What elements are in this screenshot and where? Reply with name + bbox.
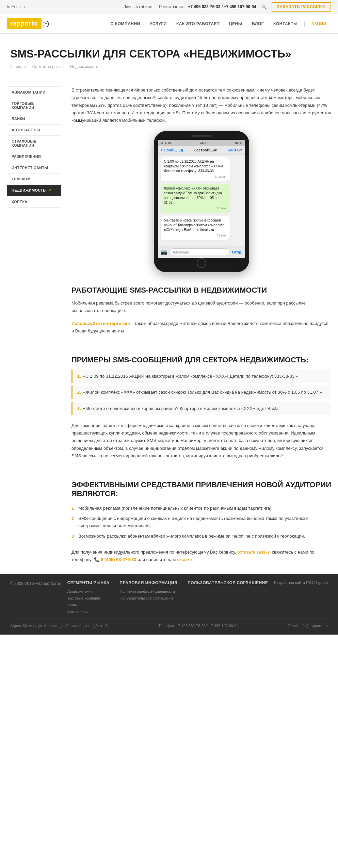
footer-link-banks[interactable]: Банки bbox=[67, 603, 110, 607]
nav-blog[interactable]: БЛОГ bbox=[247, 15, 269, 32]
sidebar-item-banks[interactable]: БАНКИ bbox=[7, 113, 61, 125]
cta-text1: Для получения индивидуального предложени… bbox=[71, 550, 236, 555]
check-icon: ✓ bbox=[48, 188, 51, 192]
effect-item-1: Мобильная реклама (привлечение потенциал… bbox=[71, 503, 331, 514]
footer-link-privacy[interactable]: Политика конфиденциальности bbox=[120, 589, 178, 593]
sidebar-item-horeca[interactable]: ХОРЕКА bbox=[7, 196, 61, 208]
search-icon[interactable]: 🔍 bbox=[261, 4, 267, 9]
nav-services[interactable]: УСЛУГИ bbox=[145, 15, 172, 32]
footer-phone1: Телефон: +7 495 632-76-33 bbox=[158, 624, 206, 628]
phone1-number: +7 495 632-76-33 bbox=[188, 4, 220, 9]
sidebar-item-airlines[interactable]: АВИАКОМПАНИИ bbox=[7, 86, 61, 98]
message-text-1: С 1.09 по 31.12.2016 АКЦИЯ на квартиры в… bbox=[164, 160, 223, 173]
cta-email-link[interactable]: письмо. bbox=[177, 557, 193, 562]
phone1-text: +7 495 632-76-33 / +7 495 107-90-94 bbox=[188, 4, 256, 9]
section1-title: РАБОТАЮЩИЕ SMS-РАССЫЛКИ В НЕДВИЖИМОСТИ bbox=[71, 286, 331, 295]
section1-geo: Используйте гео-таргетинг - таким образо… bbox=[71, 320, 331, 335]
nav-how[interactable]: КАК ЭТО РАБОТАЕТ bbox=[172, 15, 224, 32]
copyright-text: © 2008-2016 «Rapporto.ru» bbox=[10, 581, 61, 586]
message-bubble-2: Жилой комплекс «ХХХ» открывает сезон ски… bbox=[161, 184, 230, 213]
footer-col-segments: СЕГМЕНТЫ РЫНКА Авиакомпании Торговые ком… bbox=[67, 580, 110, 614]
nav-about[interactable]: О КОМПАНИИ bbox=[106, 15, 145, 32]
sidebar: АВИАКОМПАНИИ ТОРГОВЫЕ КОМПАНИИ БАНКИ АВТ… bbox=[7, 86, 61, 563]
logo-box-text: rapporto bbox=[7, 18, 42, 29]
sidebar-item-telekom[interactable]: ТЕЛЕКОМ bbox=[7, 174, 61, 185]
example-item-1: «С 1.09 по 31.12.2016 АКЦИЯ на квартиры … bbox=[71, 370, 331, 383]
breadcrumb-segment[interactable]: Сегменты рынка bbox=[32, 64, 64, 69]
footer-col2-title: ПОЛЬЗОВАТЕЛЬСКОЕ СОГЛАШЕНИЕ bbox=[188, 580, 268, 585]
phone-mockup: МТС RU 14:39 100% < Сообщ. (3) Застройщи… bbox=[154, 131, 249, 272]
footer-link-terms[interactable]: Пользовательское соглашение bbox=[120, 596, 178, 600]
footer-link-auto[interactable]: Автосалоны bbox=[67, 610, 110, 614]
nav-prices[interactable]: ЦЕНЫ bbox=[224, 15, 247, 32]
nav-separator: | bbox=[302, 21, 306, 27]
breadcrumb-sep1: — bbox=[27, 64, 32, 69]
breadcrumb-home[interactable]: Главная bbox=[10, 64, 26, 69]
geo-link[interactable]: Используйте гео-таргетинг bbox=[71, 321, 130, 326]
phone-home-button[interactable] bbox=[197, 258, 206, 268]
cta-form-link[interactable]: оставьте заявку bbox=[237, 550, 269, 555]
footer-phones: Телефон: +7 495 632-76-33 / +7 495 107-9… bbox=[158, 624, 238, 628]
section3-title: ЭФФЕКТИВНЫМИ СРЕДСТВАМИ ПРИВЛЕЧЕНИЯ НОВО… bbox=[71, 480, 331, 498]
sidebar-item-nedvizhimost-label: НЕДВИЖИМОСТЬ bbox=[12, 188, 46, 192]
camera-icon: 📷 bbox=[161, 249, 167, 255]
phone-nav-bar: < Сообщ. (3) Застройщик Контакт bbox=[158, 146, 245, 154]
sidebar-item-entertainment[interactable]: РАЗВЛЕЧЕНИЯ bbox=[7, 151, 61, 162]
phone-input-field[interactable]: iMessage bbox=[170, 248, 230, 256]
middle-paragraph: Для компаний, занятых в сфере «недвижимо… bbox=[71, 422, 331, 459]
sidebar-item-nedvizhimost[interactable]: НЕДВИЖИМОСТЬ ✓ bbox=[7, 185, 61, 196]
effect-item-2: SMS-сообщения с информацией о скидках и … bbox=[71, 513, 331, 531]
top-bar: In English Личный кабинет Регистрация +7… bbox=[0, 0, 338, 14]
breadcrumb-sep2: — bbox=[65, 64, 70, 69]
message-text-3: Мечтаете о новом жилье в хорошем районе?… bbox=[164, 218, 225, 232]
status-carrier: МТС RU bbox=[161, 141, 173, 145]
footer-col-useragreement: ПОЛЬЗОВАТЕЛЬСКОЕ СОГЛАШЕНИЕ bbox=[188, 580, 268, 614]
example-text-3: «Мечтаете о новом жилье в хорошем районе… bbox=[83, 406, 279, 411]
divider-2 bbox=[71, 470, 331, 470]
nav-akcii[interactable]: АКЦИИ bbox=[306, 15, 331, 32]
phone-icon: 📞 bbox=[94, 557, 99, 562]
footer-copyright: © 2008-2016 «Rapporto.ru» bbox=[10, 580, 61, 586]
phone2-number: +7 495 107-90-94 bbox=[224, 4, 256, 9]
footer-nav: СЕГМЕНТЫ РЫНКА Авиакомпании Торговые ком… bbox=[67, 580, 268, 614]
sidebar-item-autosalons[interactable]: АВТОСАЛОНЫ bbox=[7, 125, 61, 136]
phone-chat: С 1.09 по 31.12.2016 АКЦИЯ на квартиры в… bbox=[158, 154, 245, 246]
phone-home-bar bbox=[158, 258, 245, 268]
phone-back-button[interactable]: < Сообщ. (3) bbox=[161, 148, 183, 152]
footer-link-trade[interactable]: Торговые компании bbox=[67, 596, 110, 600]
footer-col-legal: ПРАВОВАЯ ИНФОРМАЦИЯ Политика конфиденциа… bbox=[120, 580, 178, 614]
divider-1 bbox=[71, 345, 331, 345]
examples-list: «С 1.09 по 31.12.2016 АКЦИЯ на квартиры … bbox=[71, 370, 331, 415]
send-button[interactable]: Отпр. bbox=[232, 250, 242, 254]
cta-text3: или напишите нам bbox=[136, 557, 177, 562]
footer: © 2008-2016 «Rapporto.ru» СЕГМЕНТЫ РЫНКА… bbox=[0, 574, 338, 635]
example-text-1: «С 1.09 по 31.12.2016 АКЦИЯ на квартиры … bbox=[83, 374, 298, 379]
header: rapporto:-) О КОМПАНИИ УСЛУГИ КАК ЭТО РА… bbox=[0, 14, 338, 34]
nav-contacts[interactable]: КОНТАКТЫ bbox=[269, 15, 302, 32]
sidebar-item-internet[interactable]: ИНТЕРНЕТ САЙТЫ bbox=[7, 162, 61, 174]
page-title: SMS-РАССЫЛКИ ДЛЯ СЕКТОРА «НЕДВИЖИМОСТЬ» bbox=[10, 47, 328, 60]
order-button[interactable]: ЗАКАЗАТЬ РАССЫЛКУ bbox=[272, 2, 331, 12]
cta-phone-number: 8 (495) 63-276-33 bbox=[101, 557, 136, 562]
language-label: In English bbox=[7, 4, 25, 9]
breadcrumb: Главная — Сегменты рынка — Недвижимость bbox=[10, 64, 328, 69]
logo-suffix: :-) bbox=[43, 20, 49, 27]
example-item-2: «Жилой комплекс «ХХХ» открывает сезон ск… bbox=[71, 386, 331, 399]
msg-time-2: 20 мая bbox=[164, 206, 227, 211]
message-bubble-1: С 1.09 по 31.12.2016 АКЦИЯ на квартиры в… bbox=[161, 157, 230, 181]
cta-paragraph: Для получения индивидуального предложени… bbox=[71, 548, 331, 563]
logo-link[interactable]: rapporto:-) bbox=[7, 14, 49, 33]
cabinet-link[interactable]: Личный кабинет bbox=[123, 4, 154, 9]
message-text-2: Жилой комплекс «ХХХ» открывает сезон ски… bbox=[164, 186, 222, 204]
effect-text-3: Возможность рассылки абонентам вблизи жи… bbox=[78, 534, 305, 539]
register-link[interactable]: Регистрация bbox=[159, 4, 183, 9]
sidebar-item-trade[interactable]: ТОРГОВЫЕ КОМПАНИИ bbox=[7, 98, 61, 113]
phone-input-bar: 📷 iMessage Отпр. bbox=[158, 246, 245, 258]
phone-contact-button[interactable]: Контакт bbox=[228, 148, 242, 152]
breadcrumb-current: Недвижимость bbox=[70, 64, 98, 69]
sidebar-item-insurance[interactable]: СТРАХОВЫЕ КОМПАНИИ bbox=[7, 136, 61, 151]
footer-email: Email: info@rapporto.ru bbox=[288, 624, 328, 628]
footer-link-airlines[interactable]: Авиакомпании bbox=[67, 589, 110, 593]
main-layout: АВИАКОМПАНИИ ТОРГОВЫЕ КОМПАНИИ БАНКИ АВТ… bbox=[0, 76, 338, 574]
msg-time-3: 31 мая bbox=[164, 233, 227, 238]
